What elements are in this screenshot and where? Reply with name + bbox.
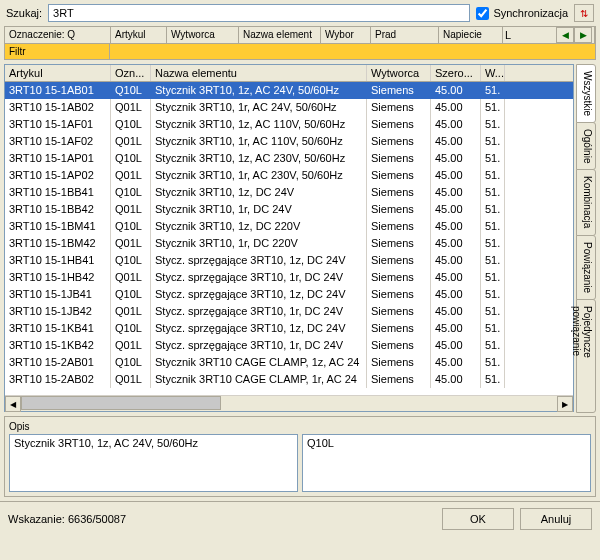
tab-pojedyncze powiązanie[interactable]: Pojedyncze powiązanie — [576, 299, 596, 413]
table-row[interactable]: 3RT10 15-1BB41Q10LStycznik 3RT10, 1z, DC… — [5, 184, 573, 201]
scroll-thumb[interactable] — [21, 396, 221, 410]
table-row[interactable]: 3RT10 15-1BM41Q10LStycznik 3RT10, 1z, DC… — [5, 218, 573, 235]
table-row[interactable]: 3RT10 15-1AF02Q01LStycznik 3RT10, 1r, AC… — [5, 133, 573, 150]
table-row[interactable]: 3RT10 15-1KB42Q01LStycz. sprzęgające 3RT… — [5, 337, 573, 354]
desc-label: Opis — [9, 421, 591, 432]
table-row[interactable]: 3RT10 15-1BM42Q01LStycznik 3RT10, 1r, DC… — [5, 235, 573, 252]
table-row[interactable]: 3RT10 15-1KB41Q10LStycz. sprzęgające 3RT… — [5, 320, 573, 337]
table-row[interactable]: 3RT10 15-1BB42Q01LStycznik 3RT10, 1r, DC… — [5, 201, 573, 218]
filter-label: Filtr — [4, 44, 110, 60]
col-artykul[interactable]: Artykul — [5, 65, 111, 81]
column-header-bar: Oznaczenie: Q Artykul Wytworca Nazwa ele… — [4, 26, 596, 44]
ok-button[interactable]: OK — [442, 508, 514, 530]
prev-col-icon[interactable]: ◀ — [556, 27, 574, 43]
tab-kombinacja[interactable]: Kombinacja — [576, 169, 596, 235]
hdr-wybor[interactable]: Wybor — [321, 27, 371, 43]
desc-text-1[interactable]: Stycznik 3RT10, 1z, AC 24V, 50/60Hz — [9, 434, 298, 492]
col-szer[interactable]: Szero... — [431, 65, 481, 81]
tab-ogólnie[interactable]: Ogólnie — [576, 122, 596, 170]
tab-powiązanie[interactable]: Powiązanie — [576, 235, 596, 300]
table-row[interactable]: 3RT10 15-1AP01Q10LStycznik 3RT10, 1z, AC… — [5, 150, 573, 167]
scroll-right-icon[interactable]: ▶ — [557, 396, 573, 412]
table-row[interactable]: 3RT10 15-1AB02Q01LStycznik 3RT10, 1r, AC… — [5, 99, 573, 116]
hdr-napiecie[interactable]: Napiecie — [439, 27, 503, 43]
desc-text-2[interactable]: Q10L — [302, 434, 591, 492]
sort-toggle-icon[interactable]: ⇅ — [574, 4, 594, 22]
hdr-oznaczenie[interactable]: Oznaczenie: Q — [5, 27, 111, 43]
horizontal-scrollbar[interactable]: ◀ ▶ — [5, 395, 573, 411]
table-row[interactable]: 3RT10 15-2AB02Q01LStycznik 3RT10 CAGE CL… — [5, 371, 573, 388]
table-row[interactable]: 3RT10 15-1JB42Q01LStycz. sprzęgające 3RT… — [5, 303, 573, 320]
table-row[interactable]: 3RT10 15-1AP02Q01LStycznik 3RT10, 1r, AC… — [5, 167, 573, 184]
table-row[interactable]: 3RT10 15-1JB41Q10LStycz. sprzęgające 3RT… — [5, 286, 573, 303]
search-input[interactable] — [48, 4, 470, 22]
next-col-icon[interactable]: ▶ — [574, 27, 592, 43]
hdr-wytworca[interactable]: Wytworca — [167, 27, 239, 43]
table-row[interactable]: 3RT10 15-1AF01Q10LStycznik 3RT10, 1z, AC… — [5, 116, 573, 133]
hdr-nazwa[interactable]: Nazwa element — [239, 27, 321, 43]
hdr-artykul[interactable]: Artykul — [111, 27, 167, 43]
hdr-l[interactable]: L — [505, 29, 511, 41]
results-table: Artykul Ozn... Nazwa elementu Wytworca S… — [4, 64, 574, 412]
table-row[interactable]: 3RT10 15-2AB01Q10LStycznik 3RT10 CAGE CL… — [5, 354, 573, 371]
tab-wszystkie[interactable]: Wszystkie — [576, 64, 596, 123]
sync-checkbox[interactable] — [476, 7, 489, 20]
col-w[interactable]: W... — [481, 65, 505, 81]
table-row[interactable]: 3RT10 15-1HB41Q10LStycz. sprzęgające 3RT… — [5, 252, 573, 269]
cancel-button[interactable]: Anuluj — [520, 508, 592, 530]
sync-label: Synchronizacja — [493, 7, 568, 19]
hdr-prad[interactable]: Prad — [371, 27, 439, 43]
search-label: Szukaj: — [6, 7, 42, 19]
col-wytworca[interactable]: Wytworca — [367, 65, 431, 81]
status-text: Wskazanie: 6636/50087 — [8, 513, 436, 525]
filter-input[interactable] — [110, 44, 596, 60]
table-row[interactable]: 3RT10 15-1AB01Q10LStycznik 3RT10, 1z, AC… — [5, 82, 573, 99]
col-ozn[interactable]: Ozn... — [111, 65, 151, 81]
col-nazwa[interactable]: Nazwa elementu — [151, 65, 367, 81]
table-row[interactable]: 3RT10 15-1HB42Q01LStycz. sprzęgające 3RT… — [5, 269, 573, 286]
scroll-left-icon[interactable]: ◀ — [5, 396, 21, 412]
